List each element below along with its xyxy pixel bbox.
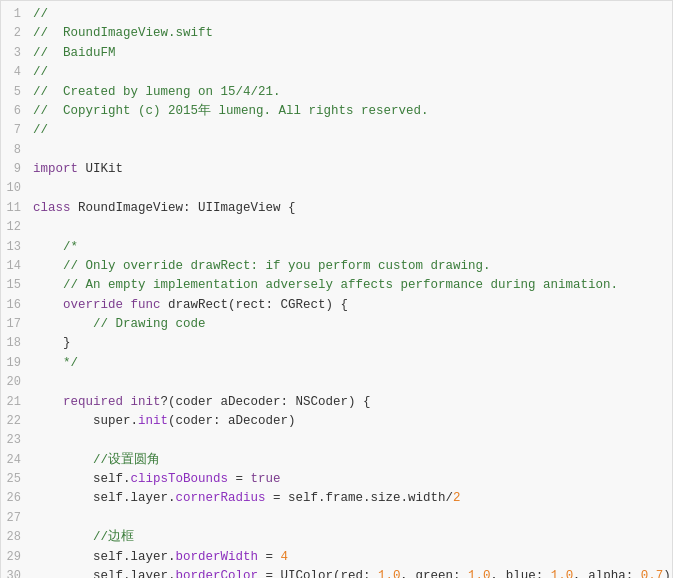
code-line: 15 // An empty implementation adversely …: [1, 276, 672, 295]
code-line: 2// RoundImageView.swift: [1, 24, 672, 43]
token: import: [33, 162, 78, 176]
line-content: [33, 141, 664, 160]
token: self.: [33, 472, 131, 486]
line-number: 22: [1, 412, 33, 431]
line-content: super.init(coder: aDecoder): [33, 412, 664, 431]
token: // An empty implementation adversely aff…: [33, 278, 618, 292]
token: [33, 298, 63, 312]
code-line: 3// BaiduFM: [1, 44, 672, 63]
token: // Created by lumeng on 15/4/21.: [33, 85, 281, 99]
token: clipsToBounds: [131, 472, 229, 486]
line-content: //: [33, 63, 664, 82]
token: = self.frame.size.width/: [266, 491, 454, 505]
line-content: //: [33, 121, 664, 140]
token: = UIColor(red:: [258, 569, 378, 578]
token: 0.7: [641, 569, 664, 578]
token: init: [138, 414, 168, 428]
token: // BaiduFM: [33, 46, 116, 60]
line-number: 26: [1, 489, 33, 508]
token: required: [63, 395, 123, 409]
code-line: 8: [1, 141, 672, 160]
line-number: 23: [1, 431, 33, 450]
token: drawRect(rect: CGRect) {: [161, 298, 349, 312]
code-line: 28 //边框: [1, 528, 672, 547]
code-line: 27: [1, 509, 672, 528]
line-content: [33, 218, 664, 237]
code-line: 19 */: [1, 354, 672, 373]
code-line: 12: [1, 218, 672, 237]
token: //边框: [33, 530, 134, 544]
line-content: //: [33, 5, 664, 24]
token: (coder: aDecoder): [168, 414, 296, 428]
line-content: class RoundImageView: UIImageView {: [33, 199, 664, 218]
code-line: 18 }: [1, 334, 672, 353]
line-content: self.layer.borderColor = UIColor(red: 1.…: [33, 567, 673, 578]
token: /*: [33, 240, 78, 254]
code-line: 21 required init?(coder aDecoder: NSCode…: [1, 393, 672, 412]
code-line: 17 // Drawing code: [1, 315, 672, 334]
line-content: // RoundImageView.swift: [33, 24, 664, 43]
token: */: [33, 356, 78, 370]
line-number: 3: [1, 44, 33, 63]
line-content: [33, 431, 664, 450]
line-content: self.layer.borderWidth = 4: [33, 548, 664, 567]
line-number: 16: [1, 296, 33, 315]
token: cornerRadius: [176, 491, 266, 505]
line-number: 18: [1, 334, 33, 353]
line-number: 2: [1, 24, 33, 43]
code-line: 20: [1, 373, 672, 392]
line-number: 17: [1, 315, 33, 334]
token: [33, 395, 63, 409]
token: , blue:: [491, 569, 551, 578]
token: 1.0: [468, 569, 491, 578]
token: class: [33, 201, 71, 215]
line-number: 7: [1, 121, 33, 140]
token: override: [63, 298, 123, 312]
token: // Copyright (c) 2015年 lumeng. All right…: [33, 104, 429, 118]
token: func: [131, 298, 161, 312]
token: =: [228, 472, 251, 486]
code-line: 23: [1, 431, 672, 450]
token: [123, 395, 131, 409]
token: self.layer.: [33, 550, 176, 564]
token: 1.0: [551, 569, 574, 578]
token: //: [33, 123, 48, 137]
line-content: [33, 179, 664, 198]
line-number: 9: [1, 160, 33, 179]
token: init: [131, 395, 161, 409]
line-content: // Copyright (c) 2015年 lumeng. All right…: [33, 102, 664, 121]
code-line: 24 //设置圆角: [1, 451, 672, 470]
code-line: 1//: [1, 5, 672, 24]
token: : UIImageView {: [183, 201, 296, 215]
line-number: 12: [1, 218, 33, 237]
line-content: [33, 509, 664, 528]
token: =: [258, 550, 281, 564]
token: borderWidth: [176, 550, 259, 564]
line-number: 20: [1, 373, 33, 392]
token: ).CGColor: [663, 569, 673, 578]
line-content: /*: [33, 238, 664, 257]
line-content: [33, 373, 664, 392]
token: }: [33, 336, 71, 350]
line-number: 11: [1, 199, 33, 218]
line-number: 4: [1, 63, 33, 82]
token: //: [33, 65, 48, 79]
line-number: 10: [1, 179, 33, 198]
line-content: // An empty implementation adversely aff…: [33, 276, 664, 295]
token: true: [251, 472, 281, 486]
line-content: self.layer.cornerRadius = self.frame.siz…: [33, 489, 664, 508]
code-line: 16 override func drawRect(rect: CGRect) …: [1, 296, 672, 315]
line-number: 29: [1, 548, 33, 567]
token: self.layer.: [33, 491, 176, 505]
line-number: 28: [1, 528, 33, 547]
line-number: 8: [1, 141, 33, 160]
token: UIKit: [78, 162, 123, 176]
token: //: [33, 7, 48, 21]
token: //设置圆角: [33, 453, 160, 467]
token: self.layer.: [33, 569, 176, 578]
line-content: }: [33, 334, 664, 353]
code-line: 10: [1, 179, 672, 198]
token: borderColor: [176, 569, 259, 578]
code-line: 25 self.clipsToBounds = true: [1, 470, 672, 489]
code-line: 5// Created by lumeng on 15/4/21.: [1, 83, 672, 102]
